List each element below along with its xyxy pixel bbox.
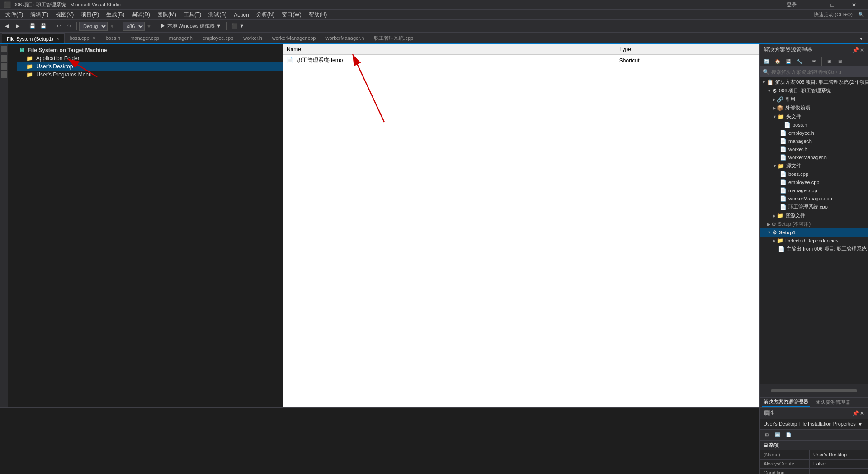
tab-workermanager-cpp[interactable]: workerManager.cpp — [267, 33, 321, 43]
prop-header: 属性 📌 ✕ — [760, 408, 868, 419]
prop-pages-button[interactable]: 📄 — [783, 430, 793, 440]
se-item-boss-cpp[interactable]: 📄 boss.cpp — [760, 170, 868, 178]
se-file-icon: 📄 — [780, 154, 787, 161]
se-item-boss-h[interactable]: ▶ 📄 boss.h — [760, 121, 868, 129]
se-item-worker-h[interactable]: 📄 worker.h — [760, 145, 868, 153]
filesystem-tree-panel: 🖥 File System on Target Machine 📁 Applic… — [8, 44, 283, 407]
prop-pin-button[interactable]: 📌 — [852, 410, 859, 417]
close-button[interactable]: ✕ — [844, 0, 864, 10]
se-item-employee-cpp[interactable]: 📄 employee.cpp — [760, 178, 868, 186]
se-home-button[interactable]: 🏠 — [773, 57, 783, 66]
se-save-button[interactable]: 💾 — [783, 57, 793, 66]
prop-cat-button[interactable]: ⊞ — [762, 430, 772, 440]
tab-boss-cpp[interactable]: boss.cpp ✕ — [65, 33, 101, 43]
se-item-refs[interactable]: ▶ 🔗 引用 — [760, 95, 868, 104]
se-collapse-button[interactable]: ⊟ — [835, 57, 845, 66]
tree-users-programs-menu[interactable]: 📁 User's Programs Menu — [17, 71, 283, 79]
se-item-main-output[interactable]: 📄 主输出 from 006 项目: 职工管理系统 (Activ — [760, 245, 868, 253]
se-item-manager-h[interactable]: 📄 manager.h — [760, 137, 868, 145]
menu-action[interactable]: Action — [230, 11, 252, 19]
menu-analyze[interactable]: 分析(N) — [253, 10, 278, 19]
prop-alpha-button[interactable]: 🔤 — [773, 430, 783, 440]
se-item-detected-deps[interactable]: ▶ 📁 Detected Dependencies — [760, 237, 868, 245]
debug-config-dropdown[interactable]: Debug — [79, 22, 108, 31]
menu-edit[interactable]: 编辑(E) — [27, 10, 52, 19]
tab-workermanager-h[interactable]: workerManager.h — [321, 33, 369, 43]
se-item-solution[interactable]: ▼ 📋 解决方案'006 项目: 职工管理系统'(2 个项目) — [760, 78, 868, 86]
run-button[interactable]: ▶ 本地 Windows 调试器 ▼ — [157, 21, 224, 31]
se-item-zhigong-cpp[interactable]: 📄 职工管理系统.cpp — [760, 203, 868, 211]
prop-section-misc: ⊟ 杂项 — [760, 441, 868, 450]
se-item-workermanager-cpp[interactable]: 📄 workerManager.cpp — [760, 194, 868, 203]
se-search-input[interactable] — [771, 69, 853, 75]
se-item-project[interactable]: ▼ ⚙ 006 项目: 职工管理系统 — [760, 86, 868, 95]
menu-debug[interactable]: 调试(D) — [128, 10, 154, 19]
minimize-button[interactable]: ─ — [800, 0, 821, 10]
se-search-box[interactable]: 🔍 — [760, 67, 868, 77]
se-solution-label: 解决方案'006 项目: 职工管理系统'(2 个项目) — [775, 79, 868, 85]
menu-build[interactable]: 生成(B) — [103, 10, 128, 19]
menu-view[interactable]: 视图(V) — [52, 10, 77, 19]
se-sep — [807, 57, 807, 66]
se-item-setup-unavail[interactable]: ▶ ⚙ Setup (不可用) — [760, 220, 868, 228]
file-row[interactable]: 📄 职工管理系统demo Shortcut — [283, 55, 760, 66]
se-item-extern-deps[interactable]: ▶ 📦 外部依赖项 — [760, 104, 868, 112]
tab-close-icon[interactable]: ✕ — [56, 36, 60, 41]
se-item-headers[interactable]: ▼ 📁 头文件 — [760, 112, 868, 121]
se-sep2 — [821, 57, 822, 66]
se-title: 解决方案资源管理器 — [764, 46, 812, 54]
tab-close-icon[interactable]: ✕ — [92, 36, 96, 41]
menu-project[interactable]: 项目(P) — [77, 10, 103, 19]
tab-filesystem-setup1[interactable]: File System (Setup1) ✕ — [2, 33, 65, 44]
se-item-manager-cpp[interactable]: 📄 manager.cpp — [760, 186, 868, 194]
se-tab-team-explorer[interactable]: 团队资源管理器 — [814, 398, 852, 407]
se-close-button[interactable]: ✕ — [860, 47, 864, 53]
menu-team[interactable]: 团队(M) — [154, 10, 180, 19]
se-item-sources[interactable]: ▼ 📁 源文件 — [760, 161, 868, 170]
save-all-button[interactable]: 💾 — [38, 21, 48, 31]
back-button[interactable]: ◀ — [2, 21, 12, 31]
tab-employee-cpp[interactable]: employee.cpp — [198, 33, 239, 43]
sidebar-icon-4[interactable] — [1, 71, 7, 78]
se-tab-solution-explorer[interactable]: 解决方案资源管理器 — [762, 398, 810, 407]
tab-zhigong-cpp[interactable]: 职工管理系统.cpp — [369, 33, 418, 43]
restore-button[interactable]: □ — [822, 0, 843, 10]
prop-dropdown-icon[interactable]: ▼ — [858, 421, 863, 427]
sidebar-icon-1[interactable] — [1, 46, 7, 52]
se-item-workermanager-h[interactable]: 📄 workerManager.h — [760, 153, 868, 161]
login-label[interactable]: 登录 — [787, 1, 797, 8]
se-pin-button[interactable]: 📌 — [852, 47, 859, 53]
tree-users-desktop[interactable]: 📁 User's Desktop — [17, 62, 283, 71]
redo-button[interactable]: ↪ — [64, 21, 74, 31]
quick-launch-box[interactable]: 快速启动 (Ctrl+Q) — [810, 11, 856, 18]
forward-button[interactable]: ▶ — [13, 21, 23, 31]
menu-tools[interactable]: 工具(T) — [180, 10, 205, 19]
tab-bar: File System (Setup1) ✕ boss.cpp ✕ boss.h… — [0, 33, 868, 44]
se-sync-button[interactable]: 🔄 — [762, 57, 772, 66]
menu-help[interactable]: 帮助(H) — [305, 10, 331, 19]
menu-test[interactable]: 测试(S) — [205, 10, 230, 19]
undo-button[interactable]: ↩ — [53, 21, 63, 31]
se-expand-button[interactable]: ⊞ — [824, 57, 834, 66]
prop-close-button[interactable]: ✕ — [860, 410, 864, 417]
tab-worker-h[interactable]: worker.h — [238, 33, 267, 43]
tree-application-folder[interactable]: 📁 Application Folder — [17, 54, 283, 62]
tree-root[interactable]: 🖥 File System on Target Machine — [17, 46, 283, 54]
se-view-button[interactable]: 👁 — [809, 57, 819, 66]
save-button[interactable]: 💾 — [28, 21, 38, 31]
se-item-employee-h[interactable]: 📄 employee.h — [760, 129, 868, 137]
se-item-resources[interactable]: ▶ 📁 资源文件 — [760, 211, 868, 220]
se-filter-button[interactable]: 🔧 — [794, 57, 804, 66]
tab-boss-h[interactable]: boss.h — [101, 33, 125, 43]
sidebar-icon-2[interactable] — [1, 55, 7, 62]
platform-dropdown[interactable]: x86 — [123, 22, 145, 31]
sidebar-icon-3[interactable] — [1, 63, 7, 70]
se-item-setup1[interactable]: ▼ ⚙ Setup1 — [760, 228, 868, 237]
attach-button[interactable]: ⬛ ▼ — [229, 21, 246, 31]
menu-window[interactable]: 窗口(W) — [278, 10, 305, 19]
tab-scroll-right[interactable]: ▼ — [856, 33, 866, 43]
se-scrollbar[interactable] — [760, 384, 868, 397]
tab-manager-cpp[interactable]: manager.cpp — [125, 33, 164, 43]
tab-manager-h[interactable]: manager.h — [164, 33, 198, 43]
menu-file[interactable]: 文件(F) — [2, 10, 27, 19]
